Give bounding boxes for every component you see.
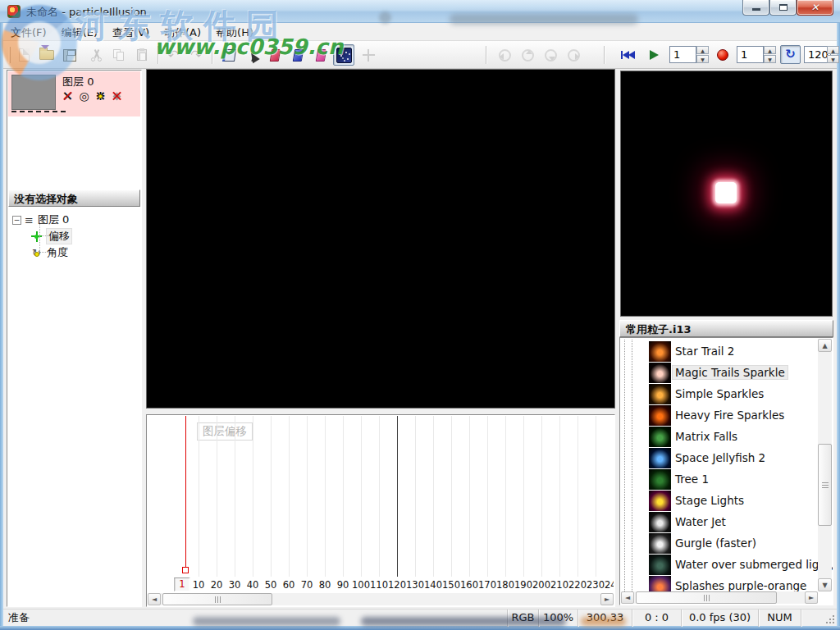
timeline-grid[interactable]: 图层偏移	[148, 416, 614, 577]
list-item[interactable]: Star Trail 2	[620, 341, 818, 363]
copy-button[interactable]	[108, 44, 130, 66]
layer-thumbnail[interactable]	[11, 75, 56, 110]
ruler-tick: 170	[478, 579, 496, 591]
minimize-button[interactable]	[742, 0, 769, 16]
rewind-button[interactable]	[617, 44, 638, 66]
library-vertical-scrollbar[interactable]: ▲ ▼	[818, 339, 832, 591]
toolbar-separator	[486, 46, 487, 64]
list-item[interactable]: Matrix Falls	[620, 427, 818, 448]
particle-name[interactable]: Water over submerged light, c	[675, 558, 833, 571]
emitter-tool-blue-button[interactable]	[287, 44, 308, 66]
layer-target-icon[interactable]: ◎	[77, 89, 91, 103]
stage-tool-button[interactable]	[218, 44, 240, 66]
redo-button[interactable]: ↷	[185, 44, 207, 66]
stage-canvas[interactable]	[146, 69, 615, 409]
current-frame-spinner[interactable]: ▲▼	[696, 46, 709, 63]
grid-line	[289, 416, 290, 577]
select-tool-button[interactable]	[241, 44, 262, 66]
save-button[interactable]	[59, 44, 80, 66]
loop-toggle-button[interactable]: ↻	[780, 45, 801, 64]
horizontal-scroll-thumb[interactable]	[636, 591, 777, 604]
nav-up-button[interactable]	[517, 44, 538, 66]
nav-left-button[interactable]	[494, 44, 515, 66]
scroll-up-button[interactable]: ▲	[818, 339, 832, 352]
scroll-left-button[interactable]: ◄	[621, 591, 634, 604]
super-emitter-tool-button[interactable]	[333, 44, 354, 66]
particle-name[interactable]: Heavy Fire Sparkles	[675, 409, 784, 422]
timeline-ruler[interactable]: 1102030405060708090100110120130140150160…	[148, 577, 614, 592]
list-item[interactable]: Magic Trails Sparkle	[620, 363, 818, 384]
list-item[interactable]: Stage Lights	[620, 491, 818, 512]
list-item[interactable]: Simple Sparkles	[620, 384, 818, 405]
open-file-button[interactable]	[36, 44, 57, 66]
ruler-tick: 220	[568, 579, 587, 591]
list-item[interactable]: Space Jellyfish 2	[620, 448, 818, 469]
particle-name[interactable]: Star Trail 2	[675, 345, 734, 358]
list-item[interactable]: Tree 1	[620, 469, 818, 491]
tree-item-angle[interactable]: ↻ 角度	[30, 244, 139, 261]
scroll-right-button[interactable]: ►	[600, 593, 614, 605]
paste-button[interactable]	[131, 44, 153, 66]
start-frame-spinner[interactable]: ▲▼	[764, 46, 776, 63]
tree-collapse-icon[interactable]: −	[12, 216, 21, 225]
play-button[interactable]	[641, 44, 663, 66]
menu-item-3[interactable]: 动作(A)	[157, 23, 208, 43]
list-item[interactable]: Gurgle (faster)	[620, 533, 818, 555]
ruler-tick: 30	[229, 579, 241, 591]
move-tool-button[interactable]	[358, 44, 379, 66]
current-frame-input[interactable]	[669, 46, 696, 63]
scroll-right-button[interactable]: ►	[805, 591, 818, 604]
status-bar: 准备 RGB100%300,330 : 00.0 fps (30)NUM	[3, 609, 837, 626]
record-button[interactable]	[712, 44, 733, 66]
scroll-down-button[interactable]: ▼	[818, 578, 832, 591]
particle-thumbnail	[649, 448, 671, 468]
vertical-scroll-thumb[interactable]	[818, 444, 832, 526]
nav-right-button[interactable]	[563, 44, 584, 66]
resize-grip[interactable]	[822, 609, 837, 627]
tree-offset-label[interactable]: 偏移	[47, 229, 71, 244]
list-item[interactable]: Heavy Fire Sparkles	[620, 405, 818, 427]
grid-line	[469, 416, 470, 577]
scroll-left-button[interactable]: ◄	[148, 593, 161, 605]
particle-name[interactable]: Matrix Falls	[675, 430, 737, 443]
list-item[interactable]: Water over submerged light, c	[620, 555, 818, 576]
new-file-button[interactable]	[13, 44, 34, 66]
particle-name[interactable]: Space Jellyfish 2	[675, 451, 765, 464]
layer-hidden-icon[interactable]	[110, 89, 124, 103]
layer-row[interactable]: 图层 0 × ◎ ×+	[8, 71, 140, 116]
particle-name[interactable]: Tree 1	[675, 472, 709, 486]
particle-name[interactable]: Magic Trails Sparkle	[673, 366, 788, 379]
end-frame-spinner[interactable]: ▲▼	[827, 46, 838, 63]
timeline-scroll-thumb[interactable]	[162, 593, 272, 605]
maximize-button[interactable]	[769, 0, 797, 16]
library-horizontal-scrollbar[interactable]: ◄ ►	[621, 591, 818, 604]
start-frame-input[interactable]	[737, 46, 764, 63]
emitter-tool-pink-button[interactable]	[310, 44, 331, 66]
particle-name[interactable]: Stage Lights	[675, 494, 744, 507]
particle-name[interactable]: Water Jet	[675, 515, 726, 528]
menu-item-1[interactable]: 编辑(E)	[54, 23, 105, 43]
particle-name[interactable]: Simple Sparkles	[675, 387, 764, 400]
ruler-tick: 80	[319, 579, 331, 591]
close-button[interactable]: ✕	[797, 0, 833, 16]
tree-angle-label[interactable]: 角度	[47, 245, 68, 260]
timeline-scrollbar[interactable]: ◄ ►	[148, 593, 614, 605]
layer-motion-disabled-icon[interactable]: ×	[61, 89, 75, 103]
cut-button[interactable]	[85, 44, 107, 66]
list-item[interactable]: Water Jet	[620, 512, 818, 533]
pointer-icon	[246, 48, 258, 62]
nav-down-button[interactable]	[540, 44, 561, 66]
status-cell-4: 0.0 fps (30)	[681, 609, 758, 627]
grid-line	[307, 416, 308, 577]
tree-root-layer[interactable]: − ≡ 图层 0	[12, 212, 139, 228]
menu-item-4[interactable]: 帮助(H)	[208, 23, 261, 43]
menu-item-2[interactable]: 查看(V)	[105, 23, 157, 43]
undo-button[interactable]: ↶	[162, 44, 184, 66]
layer-emitter-icon[interactable]: ×+	[94, 89, 107, 103]
particle-name[interactable]: Gurgle (faster)	[675, 536, 756, 550]
playhead-marker[interactable]	[182, 567, 189, 573]
emitter-tool-red-button[interactable]	[264, 44, 285, 66]
particle-name[interactable]: Splashes purple-orange	[675, 579, 806, 592]
menu-item-0[interactable]: 文件(F)	[3, 23, 54, 43]
particle-preview[interactable]	[620, 71, 833, 317]
